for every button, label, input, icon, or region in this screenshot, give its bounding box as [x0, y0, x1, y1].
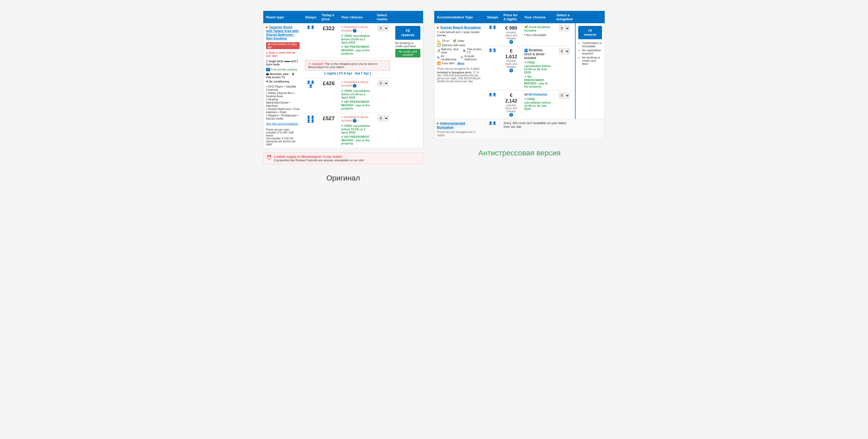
qty-select-2[interactable]: 012 — [377, 81, 390, 86]
no-booking-text: No booking or credit card fees! — [395, 41, 421, 48]
x-icon-1: ✕ — [341, 25, 343, 29]
room-type-cell: ▶ Superior Room with Tatami Area with Sh… — [264, 23, 303, 148]
tag-icon: 🏷 — [308, 62, 311, 65]
info-icon-3[interactable]: ? — [353, 119, 356, 123]
meal-option-2: ✕ Breakfast & dinner included ? — [341, 81, 371, 88]
parking-icon: P — [266, 68, 270, 71]
no-credit-button[interactable]: No credit card needed! — [395, 49, 421, 57]
a-choices-3: 🍽 All-Inclusive ✔ FREE cancellation befo… — [522, 91, 554, 119]
qty-dropdown-2[interactable]: 012 — [378, 81, 389, 86]
price-main-3: € 2,142 — [503, 93, 519, 104]
reserve-button[interactable]: I'll reserve — [395, 26, 421, 40]
area-row: 📐 79 m² 🌿 Patio — [437, 39, 482, 43]
a-qty-select-2[interactable]: 012 — [556, 48, 572, 54]
limited-title: Limited supply in Minamioguni: 4-star ho… — [274, 155, 364, 159]
a-qty-select-1[interactable]: 012 — [556, 25, 572, 31]
original-table: Room type Sleeps Today's price Your choi… — [263, 11, 423, 148]
info-icon-a2[interactable]: ℹ — [509, 69, 513, 72]
room-name-link[interactable]: Superior Room with Tatami Area with Shar… — [266, 25, 299, 40]
select-cell-2: 012 — [374, 78, 393, 113]
balcony-row: 🌅 Balcony with view — [437, 43, 482, 47]
unavailable-text: Sorry, this room isn't available on your… — [503, 121, 566, 129]
aircond-text: Air conditioning — [441, 55, 457, 61]
a-choices-2: 🍽 Breakfast, lunch & dinner included ✔ F… — [522, 46, 554, 91]
info-icon-2[interactable]: ? — [353, 84, 356, 88]
mountain-icon: 🏔 — [266, 72, 269, 75]
alarm-icon: ⏰ — [267, 155, 272, 160]
check-icon-4: ✔ — [341, 100, 343, 103]
sleeps-cell-3: 👤👤👤👤 — [302, 113, 319, 148]
bed-icon: 🛏🛏 — [284, 60, 290, 63]
a-qty-dropdown-1[interactable]: 012 — [559, 25, 570, 31]
unavailable-reserve-empty — [575, 119, 604, 139]
more-link[interactable]: More — [458, 62, 464, 65]
check-icon-3: ✔ — [341, 89, 343, 92]
wifi-icon: 📶 — [437, 61, 441, 65]
price-main-1: € 980 — [503, 25, 519, 31]
tv-text: Flat-screen TV — [467, 48, 482, 54]
free-cancel-a3: ✔ FREE cancellation before 23:59 on 26 J… — [524, 97, 551, 111]
no-prepay-1: ✔ NO PREPAYMENT NEEDED - pay at the prop… — [341, 45, 371, 55]
confirm-list: Confirmation is immediate No registratio… — [578, 41, 602, 65]
sunset-bungalow-link[interactable]: Sunset Beach Bungalow — [440, 25, 481, 29]
sleeps-icon-3: 👤👤 — [489, 93, 496, 96]
a-select-1: 012 — [554, 23, 575, 46]
free-cancel-1: ✔ FREE cancellation before 23:59 on 2 Ap… — [341, 34, 371, 44]
tv-icon: 🖥 — [291, 72, 294, 75]
snowflake-icon: ❄ — [266, 80, 269, 83]
included-note: Included in bungalow price: 12 % Tax, US… — [437, 71, 482, 83]
a-select-2: 012 — [554, 46, 575, 91]
info-icon-a3[interactable]: ℹ — [509, 113, 513, 117]
mountain-view-text: 🏔 Mountain view 🖥 Flat-screen TV — [266, 72, 300, 79]
balcony-sea-icon: 🏖 — [437, 49, 440, 53]
amenities-list: • DVD Player • Satellite Channels • Safe… — [266, 85, 300, 120]
a-sleeps-3: 👤👤 — [484, 91, 501, 119]
nights-text: 1 nights ( Fri 6 Apr - Sat 7 Apr ) — [305, 71, 390, 75]
a-qty-select-3[interactable]: 012 — [556, 93, 572, 98]
jackpot-banner: 🏷 Jackpot! This is the cheapest price yo… — [305, 60, 390, 70]
a-reserve-button[interactable]: I'll reserve — [578, 26, 602, 39]
col-choices: Your choices — [338, 11, 374, 24]
tv-icon-r: 🖥 — [463, 49, 466, 53]
clock-icon: ⏰ — [267, 43, 271, 46]
check-icon-2: ✔ — [341, 45, 343, 48]
sleeps-icon-2: 👤👤 — [489, 48, 496, 52]
jackpot-cell: 🏷 Jackpot! This is the cheapest price yo… — [302, 58, 393, 78]
reserve-cell: I'll reserve No booking or credit card f… — [393, 23, 423, 148]
aircond-row: ❄ Air conditioning 🚿 Ensuite bathroom — [437, 55, 482, 61]
price-cell-3: £527 — [319, 113, 338, 148]
see-accommodation-link[interactable]: See this accommodation — [266, 122, 298, 125]
no-prepay-2: ✔ NO PREPAYMENT NEEDED - pay at the prop… — [341, 100, 371, 110]
red-dot-icon: ● — [266, 51, 268, 54]
free-cancel-2: ✔ FREE cancellation before 23:59 on 2 Ap… — [341, 89, 371, 99]
bungalow-row-1: ▶ Sunset Beach Bungalow 1 sofa bed 🛋 and… — [434, 23, 605, 46]
meal-icon-a2: 🍽 — [524, 49, 528, 52]
qty-select-3[interactable]: 012 — [377, 115, 390, 121]
a-qty-dropdown-2[interactable]: 012 — [559, 48, 570, 54]
good-breakfast-1: 🌿 Good breakfast included — [524, 25, 551, 32]
x-icon-2: ✕ — [341, 81, 343, 84]
select-cell-1: 012 — [374, 23, 393, 58]
only-left-text: ● Only 1 room left on our site! — [266, 51, 300, 57]
a-price-3: € 2,142 includes taxes and charges ℹ — [501, 91, 521, 119]
tv-row: 🏖 Balcony, Sea view 🖥 Flat-screen TV — [437, 48, 482, 54]
interconnected-link[interactable]: Interconnected Bungalow — [437, 121, 465, 129]
limited-supply-banner: ⏰ Limited supply in Minamioguni: 4-star … — [263, 153, 423, 164]
info-icon-1[interactable]: ? — [353, 29, 356, 33]
no-prepay-a2: ✔ NO PREPAYMENT NEEDED - pay at the prop… — [524, 75, 551, 88]
check-a3: ✔ — [524, 97, 527, 101]
qty-dropdown-3[interactable]: 012 — [378, 115, 389, 121]
check-a2b: ✔ — [524, 75, 527, 78]
a-qty-dropdown-3[interactable]: 012 — [559, 93, 570, 98]
sleeps-icon-interconnected: 👤👤 — [489, 121, 496, 125]
antistress-section: Accommodation Type Sleeps Price for 3 ni… — [434, 11, 605, 157]
qty-dropdown-1[interactable]: 012 — [378, 25, 389, 31]
meal-option-a2: 🍽 Breakfast, lunch & dinner included — [524, 48, 551, 60]
jackpot-title: Jackpot! — [312, 62, 324, 65]
bed-info-sunset: 1 sofa bed 🛋 and 1 large double bed 🛏 — [437, 30, 482, 37]
info-icon-a1[interactable]: ℹ — [509, 40, 513, 44]
qty-select-1[interactable]: 012 — [377, 25, 390, 31]
a-col-accommodation: Accommodation Type — [434, 11, 485, 24]
ensuite-text: Ensuite bathroom — [465, 55, 482, 61]
a-sleeps-1: 👤👤 — [484, 23, 501, 46]
